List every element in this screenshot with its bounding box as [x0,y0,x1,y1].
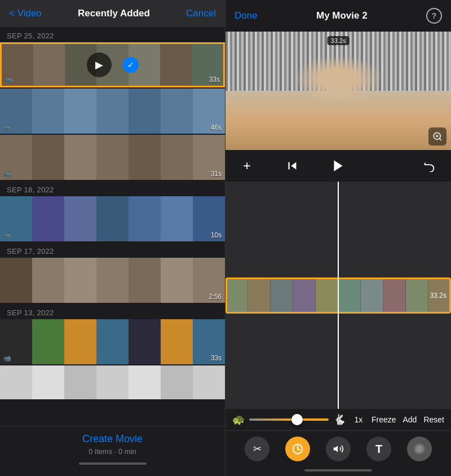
fast-speed-icon: 🐇 [333,413,346,426]
video-frame [161,319,193,364]
cancel-button[interactable]: Cancel [186,8,216,19]
timeline-frame [338,279,361,312]
text-tool-button[interactable]: T [366,437,391,461]
rewind-button[interactable] [282,156,303,176]
left-footer: Create Movie 0 items · 0 min [0,426,225,476]
video-frame [161,258,193,303]
transport-bar: + [226,150,451,182]
video-duration: 46s [211,124,222,131]
play-button[interactable]: ▶ [87,52,112,77]
speed-tool-button[interactable] [285,437,310,461]
done-button[interactable]: Done [235,10,258,21]
filter-tool-button[interactable] [407,437,432,461]
video-duration: 33s [209,76,220,83]
video-item[interactable]: 📹 10s [0,196,225,241]
video-list: SEP 25, 2022 ▶ ✓ 📹 33s [0,27,225,426]
speed-actions: Freeze Add Reset [372,415,444,424]
timeline-frame [383,279,406,312]
video-duration: 10s [211,231,222,239]
video-overlay: ▶ ✓ [2,44,223,86]
back-button[interactable]: < Video [9,8,42,19]
preview-timestamp: 33.2s [328,36,350,45]
camera-icon: 📹 [3,124,11,131]
video-frame [64,258,96,303]
undo-button[interactable] [419,156,440,176]
video-item[interactable]: 📹 31s [0,135,225,180]
camera-icon: 📹 [3,232,11,239]
camera-icon: 📹 [5,76,13,83]
video-item[interactable]: 📹 33s [0,319,225,364]
video-preview [226,32,451,150]
video-frame [32,258,64,303]
svg-marker-8 [334,446,338,452]
timeline-frame [361,279,383,312]
timeline-frame [293,279,316,312]
zoom-button[interactable] [428,127,446,146]
left-header: < Video Recently Added Cancel [0,0,225,27]
video-frame [32,135,64,180]
video-frame [161,196,193,241]
timeline-frame [406,279,428,312]
spacer [374,156,394,176]
video-frame [96,365,129,399]
speed-multiplier: 1x [350,415,367,424]
timeline-area[interactable]: 33.2s [226,182,451,409]
video-frame [64,365,96,399]
video-frame [96,319,129,364]
video-duration: 2:56 [209,293,222,301]
video-item[interactable]: 2:56 [0,258,225,303]
video-frame [96,258,129,303]
video-item[interactable] [0,365,225,399]
scissors-tool-button[interactable]: ✂ [245,437,269,461]
video-frame [32,89,64,134]
video-frame [161,365,193,399]
items-info: 0 items · 0 min [89,447,136,456]
timeline-frame [226,279,248,312]
home-indicator [79,462,147,465]
video-frame [129,89,161,134]
video-frame [129,196,161,241]
speed-slider-track [249,418,329,421]
video-frame [161,89,193,134]
video-item[interactable]: ▶ ✓ 📹 33s [0,42,225,87]
right-panel: Done My Movie 2 ? 33.2s + [226,0,451,476]
page-title: Recently Added [78,8,150,19]
svg-line-1 [439,138,441,140]
video-frame [129,365,161,399]
date-section-sep18: SEP 18, 2022 [0,181,225,196]
video-frame [193,365,225,399]
date-section-sep17: SEP 17, 2022 [0,243,225,258]
play-button[interactable] [328,156,348,176]
video-frame [0,365,32,399]
video-frame [129,135,161,180]
video-item[interactable]: 📹 46s [0,89,225,134]
help-button[interactable]: ? [426,8,442,24]
video-frame [32,319,64,364]
left-panel: < Video Recently Added Cancel SEP 25, 20… [0,0,226,476]
camera-icon: 📹 [3,355,11,362]
video-frame [64,135,96,180]
video-frame [129,319,161,364]
add-button[interactable]: Add [403,415,417,424]
camera-icon: 📹 [3,170,11,178]
preview-area: 33.2s [226,32,451,150]
video-frame [129,258,161,303]
video-frame [64,89,96,134]
video-duration: 33s [211,354,222,362]
audio-tool-button[interactable] [326,437,351,461]
add-media-button[interactable]: + [237,156,257,176]
video-frame [96,135,129,180]
video-frame [64,319,96,364]
timeline-frame [248,279,271,312]
create-movie-button[interactable]: Create Movie [82,433,143,445]
video-frame [96,89,129,134]
reset-button[interactable]: Reset [423,415,444,424]
speed-slider-thumb [291,414,303,425]
speed-slider[interactable] [249,418,329,421]
freeze-button[interactable]: Freeze [372,415,396,424]
bottom-toolbar: ✂ T [226,430,451,466]
video-frame [32,196,64,241]
speed-bar: 🐢 🐇 1x Freeze Add Reset [226,409,451,430]
slow-speed-icon: 🐢 [232,413,245,426]
video-frame [0,258,32,303]
